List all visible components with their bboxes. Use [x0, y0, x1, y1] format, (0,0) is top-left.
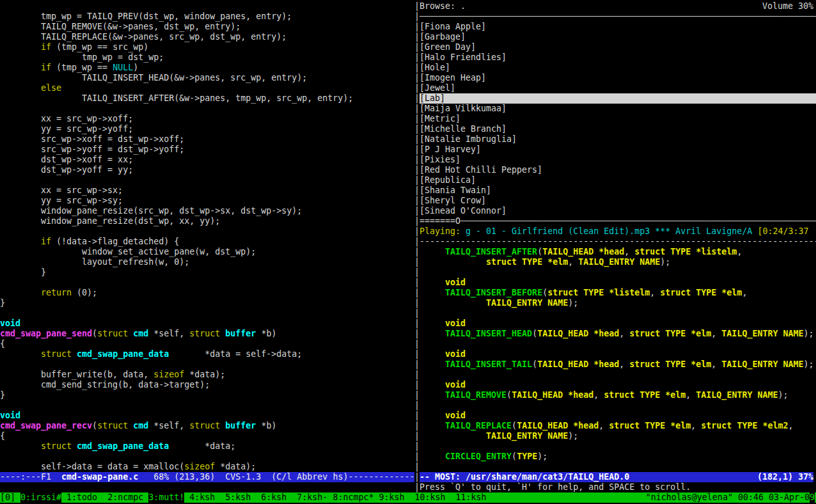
code-line-seg	[0, 63, 41, 72]
vertical-pane-divider-seg: |	[414, 339, 420, 349]
vertical-pane-divider-seg: |	[414, 257, 420, 267]
vertical-pane-divider-seg: |	[414, 308, 420, 318]
vertical-pane-divider-seg: |	[414, 104, 420, 113]
artist-item[interactable]: [Sheryl Crow]	[420, 196, 486, 206]
vertical-pane-divider-seg: |	[414, 462, 420, 471]
most-status-bar-seg: -- MOST: /usr/share/man/cat3/TAILQ_HEAD.…	[420, 472, 629, 482]
man-line-seg: ,	[568, 257, 578, 267]
man-line-seg: TAILQ_HEAD *head	[512, 390, 593, 400]
vertical-pane-divider-seg: |	[414, 134, 420, 144]
vertical-pane-divider-seg: |	[414, 472, 420, 482]
code-line-seg: *self,	[148, 421, 189, 430]
pager-message-line-seg: Press `Q' to quit, `H' for help, and SPA…	[420, 482, 691, 492]
code-line-seg: self->data = data = xmalloc(	[0, 462, 184, 471]
vertical-pane-divider: |	[414, 462, 420, 472]
terminal-screen[interactable]: tmp_wp = TAILQ_PREV(dst_wp, window_panes…	[0, 0, 816, 504]
man-line-seg: struct TYPE *elm2	[701, 421, 788, 430]
tmux-status-bar-seg: "nicholas@yelena" 00:46 03-Apr-0	[646, 492, 810, 503]
code-line: buffer_write(b, data, sizeof *data);	[0, 370, 225, 380]
now-playing-line-seg: Playing:	[420, 226, 466, 236]
vertical-pane-divider: |	[414, 12, 420, 22]
vertical-pane-divider-seg: |	[414, 226, 420, 236]
emacs-mode-line-seg: 68% (213,36) CVS-1.3 (C/l Abbrev hs)----…	[138, 472, 414, 482]
vertical-pane-divider: |	[414, 472, 420, 482]
vertical-pane-divider: |	[414, 175, 420, 185]
vertical-pane-divider-seg: |	[414, 482, 420, 492]
horizontal-pane-divider: ----------------------------------------…	[420, 237, 816, 247]
artist-item[interactable]: [Natalie Imbruglia]	[420, 134, 517, 145]
code-line-seg: (tmp_wp == src_wp)	[51, 42, 148, 52]
code-line-seg: *data);	[184, 370, 225, 379]
man-line-seg: TAILQ_HEAD *head	[537, 329, 619, 338]
code-line-seg: sizeof	[184, 462, 215, 471]
man-line-seg: ,	[742, 288, 747, 297]
artist-item[interactable]: [Shania Twain]	[420, 185, 491, 196]
code-line-seg: src_wp->xoff = dst_wp->xoff;	[0, 134, 184, 144]
code-line: xx = src_wp->xoff;	[0, 114, 133, 124]
man-line-seg: (	[532, 329, 537, 338]
artist-item[interactable]: [Hole]	[420, 63, 450, 73]
man-line: TAILQ_INSERT_BEFORE(struct TYPE *listelm…	[420, 288, 747, 298]
vertical-pane-divider: |	[414, 104, 420, 114]
vertical-pane-divider: |	[414, 42, 420, 52]
code-line: {	[0, 339, 5, 349]
artist-item[interactable]: [Republica]	[420, 175, 476, 185]
code-line: window_pane_resize(src_wp, dst_wp->sx, d…	[0, 206, 302, 216]
vertical-pane-divider-seg: |	[414, 12, 420, 21]
artist-item[interactable]: [Metric]	[420, 114, 460, 124]
man-line-seg: (	[532, 359, 537, 369]
progress-bar[interactable]: =======O────────────────────────────────…	[420, 216, 816, 226]
code-line-seg: src_wp->yoff = dst_wp->yoff;	[0, 145, 184, 154]
artist-item-seg: [P J Harvey]	[420, 145, 481, 154]
artist-item[interactable]: [Sinead O'Connor]	[420, 206, 506, 216]
artist-item[interactable]: [P J Harvey]	[420, 145, 481, 155]
man-line: void	[420, 411, 466, 421]
man-line-seg: TAILQ_ENTRY NAME	[721, 329, 803, 338]
artist-item-seg: [Natalie Imbruglia]	[420, 134, 517, 144]
artist-item[interactable]: [Maija Vilkkumaa]	[420, 104, 506, 114]
man-line-seg: TAILQ_HEAD *head	[537, 359, 619, 369]
man-line-seg	[420, 349, 445, 359]
artist-item[interactable]: [Halo Friendlies]	[420, 52, 506, 63]
man-line: void	[420, 278, 466, 288]
man-line-seg: void	[445, 278, 466, 287]
artist-item-seg: [Republica]	[420, 175, 476, 185]
man-line-seg: ,	[788, 421, 793, 430]
man-line-seg: TAILQ_ENTRY NAME	[578, 257, 660, 267]
code-line: self->data = data = xmalloc(sizeof *data…	[0, 462, 256, 472]
man-line-seg: TAILQ_INSERT_AFTER	[445, 247, 537, 256]
selected-artist-item[interactable]: [Lab]	[420, 93, 816, 104]
artist-item[interactable]: [Michelle Branch]	[420, 124, 506, 134]
code-line-seg: struct	[97, 329, 128, 338]
code-line-seg: }	[0, 390, 5, 400]
man-line: TAILQ_INSERT_AFTER(TAILQ_HEAD *head, str…	[420, 247, 742, 257]
vertical-pane-divider-seg: |	[414, 278, 420, 287]
artist-item-seg: [Garbage]	[420, 32, 466, 42]
artist-item[interactable]: [Garbage]	[420, 32, 466, 42]
artist-item[interactable]: [Red Hot Chilli Peppers]	[420, 165, 542, 175]
code-line-seg	[0, 288, 41, 297]
vertical-pane-divider-seg: |	[414, 22, 420, 31]
artist-item[interactable]: [Fiona Apple]	[420, 22, 486, 32]
artist-item-seg: [Fiona Apple]	[420, 22, 486, 31]
code-line: }	[0, 298, 5, 308]
artist-item[interactable]: [Green Day]	[420, 42, 476, 52]
vertical-pane-divider-seg: |	[414, 83, 420, 93]
artist-item[interactable]: [Jewel]	[420, 83, 455, 93]
vertical-pane-divider: |	[414, 63, 420, 73]
vertical-pane-divider: |	[414, 298, 420, 308]
vertical-pane-divider: |	[414, 431, 420, 441]
man-line-seg: (	[512, 421, 517, 430]
man-line: TAILQ_ENTRY NAME);	[420, 431, 578, 441]
now-playing-line-seg: g - 01 - Girlfriend (Clean Edit).mp3 ***…	[466, 226, 757, 236]
man-line-seg	[420, 257, 486, 267]
vertical-pane-divider: |	[414, 411, 420, 421]
vertical-pane-divider: |	[414, 278, 420, 288]
code-line-seg	[0, 349, 41, 359]
browse-header-seg: Browse: .	[420, 1, 466, 12]
tmux-status-bar[interactable]: [0] 0:irssi# 1:todo 2:ncmpc 3:mutt! 4:ks…	[0, 492, 816, 503]
artist-item[interactable]: [Pixies]	[420, 155, 460, 165]
man-line-seg: struct TYPE *elm	[609, 421, 691, 430]
artist-item[interactable]: [Imogen Heap]	[420, 73, 486, 83]
code-line-seg: {	[0, 431, 5, 441]
